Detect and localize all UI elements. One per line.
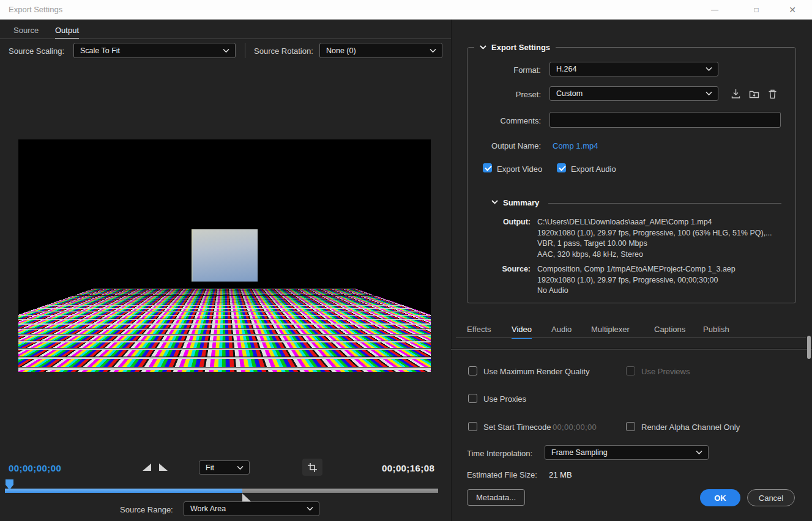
panel-divider [451, 20, 452, 521]
close-button[interactable]: ✕ [778, 0, 806, 19]
tab-source[interactable]: Source [13, 26, 39, 38]
source-scaling-dropdown[interactable]: Scale To Fit [73, 43, 236, 58]
controls-divider [245, 43, 245, 58]
summary-output-details: C:\Users\DELL\Downloads\aaaf_AME\Comp 1.… [537, 217, 772, 260]
source-range-label: Source Range: [120, 505, 173, 514]
set-start-timecode-label: Set Start Timecode [483, 423, 551, 432]
source-scaling-value: Scale To Fit [80, 46, 120, 55]
source-range-dropdown[interactable]: Work Area [184, 501, 319, 516]
export-video-checkbox[interactable] [483, 163, 492, 172]
chevron-down-icon [223, 48, 229, 53]
chevron-down-icon [706, 67, 712, 72]
summary-divider [548, 203, 781, 204]
import-preset-icon[interactable] [748, 88, 760, 100]
summary-line-text: VBR, 1 pass, Target 10.00 Mbps [537, 238, 772, 249]
work-area-bar [5, 489, 242, 493]
format-label: Format: [467, 65, 541, 75]
summary-source-details: Composition, Comp 1/tmpAEtoAMEProject-Co… [537, 264, 736, 297]
tab-effects[interactable]: Effects [467, 325, 491, 338]
timeline-track[interactable] [5, 489, 438, 493]
set-out-point-icon[interactable] [159, 464, 168, 471]
source-rotation-dropdown[interactable]: None (0) [319, 43, 442, 58]
tab-video[interactable]: Video [512, 325, 532, 339]
tab-output[interactable]: Output [55, 26, 79, 39]
source-scaling-label: Source Scaling: [9, 46, 64, 56]
chevron-down-icon [237, 465, 244, 470]
minimize-button[interactable]: — [701, 0, 729, 19]
export-video-label: Export Video [497, 164, 542, 174]
time-interpolation-dropdown[interactable]: Frame Sampling [545, 445, 709, 460]
source-rotation-label: Source Rotation: [254, 46, 313, 56]
crop-button[interactable] [302, 459, 322, 476]
format-value: H.264 [556, 65, 576, 73]
comments-input[interactable] [549, 112, 781, 128]
zoom-level-value: Fit [206, 464, 214, 472]
summary-header: Summary [503, 198, 539, 207]
summary-line-text: 1920x1080 (1.0), 29.97 fps, Progressive,… [537, 228, 772, 239]
use-previews-label: Use Previews [641, 367, 690, 376]
use-maximum-render-quality-label: Use Maximum Render Quality [483, 367, 589, 376]
metadata-button[interactable]: Metadata... [467, 489, 525, 506]
source-rotation-value: None (0) [326, 46, 356, 55]
tab-captions[interactable]: Captions [654, 325, 685, 338]
duration-timecode: 00;00;16;08 [382, 463, 434, 473]
crop-icon [308, 463, 317, 472]
format-dropdown[interactable]: H.264 [549, 62, 718, 76]
render-alpha-channel-only-label: Render Alpha Channel Only [641, 423, 740, 432]
chevron-down-icon [430, 48, 436, 53]
scrollbar-thumb[interactable] [807, 336, 811, 359]
preset-value: Custom [556, 89, 583, 98]
delete-preset-icon[interactable] [767, 88, 778, 100]
tab-publish[interactable]: Publish [703, 325, 729, 338]
summary-collapse-chevron-icon[interactable] [491, 200, 498, 204]
summary-line-text: C:\Users\DELL\Downloads\aaaf_AME\Comp 1.… [537, 217, 772, 228]
current-timecode[interactable]: 00;00;00;00 [9, 463, 61, 473]
chevron-down-icon [307, 507, 313, 511]
preview-tiled-floor [18, 281, 431, 372]
export-settings-header-label: Export Settings [491, 43, 550, 52]
titlebar: Export Settings — □ ✕ [0, 0, 812, 20]
export-audio-label: Export Audio [571, 164, 616, 174]
set-in-point-icon[interactable] [143, 464, 151, 471]
video-preview [18, 139, 431, 372]
export-settings-dialog: Export Settings — □ ✕ Source Output Sour… [0, 0, 812, 521]
zoom-level-dropdown[interactable]: Fit [199, 460, 250, 475]
floor-test-pattern [18, 289, 431, 372]
preset-label: Preset: [467, 90, 541, 99]
estimated-file-size-value: 21 MB [549, 470, 572, 479]
close-icon: ✕ [789, 5, 796, 15]
summary-line-text: Composition, Comp 1/tmpAEtoAMEProject-Co… [537, 264, 736, 275]
use-proxies-checkbox[interactable] [468, 394, 477, 403]
save-preset-icon[interactable] [730, 88, 742, 100]
work-area-end-handle[interactable] [242, 493, 251, 501]
export-audio-checkbox[interactable] [557, 163, 566, 172]
summary-line-text: No Audio [537, 286, 736, 297]
comments-label: Comments: [467, 116, 541, 125]
ok-button[interactable]: OK [700, 489, 740, 506]
collapse-chevron-icon [480, 45, 486, 50]
tab-audio[interactable]: Audio [551, 325, 572, 338]
output-name-label: Output Name: [467, 141, 541, 150]
use-maximum-render-quality-checkbox[interactable] [468, 366, 477, 375]
summary-output-label: Output: [469, 218, 531, 226]
right-tabs-divider [456, 338, 806, 338]
chevron-down-icon [706, 92, 712, 96]
preset-dropdown[interactable]: Custom [549, 86, 718, 101]
summary-line-text: AAC, 320 kbps, 48 kHz, Stereo [537, 249, 772, 260]
left-tabs-divider [0, 39, 451, 39]
start-timecode-value: 00;00;00;00 [553, 423, 597, 432]
time-interpolation-value: Frame Sampling [551, 448, 608, 457]
time-interpolation-label: Time Interpolation: [467, 449, 532, 458]
maximize-icon: □ [754, 6, 758, 14]
use-previews-checkbox [626, 366, 635, 375]
summary-source-label: Source: [469, 265, 531, 273]
estimated-file-size-label: Estimated File Size: [467, 470, 537, 479]
maximize-button[interactable]: □ [742, 0, 770, 19]
cancel-button[interactable]: Cancel [747, 489, 795, 506]
export-settings-header[interactable]: Export Settings [474, 42, 556, 53]
render-alpha-channel-only-checkbox[interactable] [626, 422, 635, 431]
output-name-link[interactable]: Comp 1.mp4 [553, 141, 598, 150]
tab-multiplexer[interactable]: Multiplexer [591, 325, 630, 338]
use-proxies-label: Use Proxies [483, 394, 526, 404]
set-start-timecode-checkbox[interactable] [468, 422, 477, 431]
